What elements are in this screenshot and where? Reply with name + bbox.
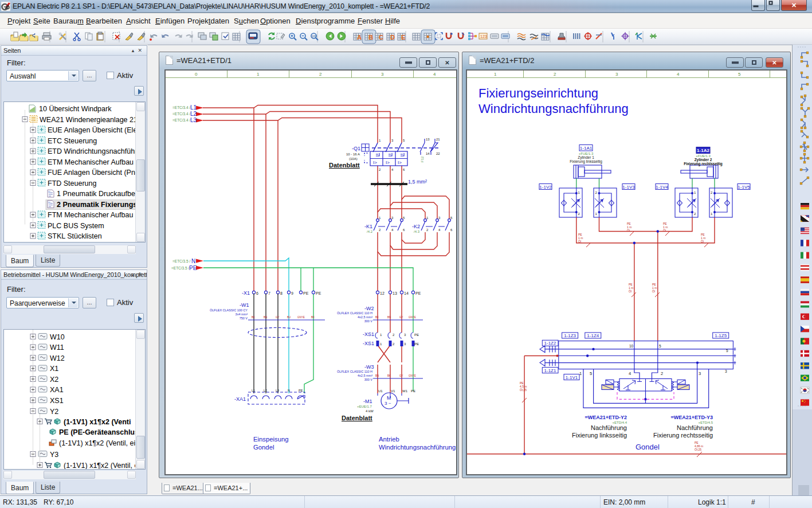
svg-text:Y3: Y3: [50, 451, 58, 459]
svg-text:5: 5: [403, 216, 405, 220]
svg-text:XS1: XS1: [50, 397, 64, 405]
svg-text:PLC BUS System: PLC BUS System: [48, 222, 104, 230]
svg-text:1: 1: [595, 212, 598, 216]
svg-text:4: 4: [391, 228, 394, 232]
svg-text:Öl: Öl: [652, 290, 655, 293]
svg-text:L2: L2: [264, 389, 267, 392]
svg-text:L1: L1: [252, 389, 255, 392]
svg-text:2: 2: [578, 212, 580, 216]
svg-text:GNYE: GNYE: [409, 374, 416, 377]
svg-text:L3: L3: [190, 117, 197, 123]
svg-text:-X1: -X1: [242, 290, 250, 296]
svg-text:2: 2: [393, 333, 395, 337]
svg-text:D: D: [390, 34, 395, 41]
svg-text:L3: L3: [276, 389, 279, 392]
svg-text:4x2,5 mm²: 4x2,5 mm²: [358, 315, 372, 319]
svg-text:10 Übersicht Windpark: 10 Übersicht Windpark: [39, 105, 112, 113]
svg-text:4: 4: [438, 228, 441, 232]
svg-text:Windrichtungsnachführung: Windrichtungsnachführung: [379, 444, 456, 451]
svg-text:22: 22: [436, 152, 440, 155]
svg-text:/4.3: /4.3: [414, 230, 420, 233]
svg-text:=ETC/3.4 /: =ETC/3.4 /: [172, 118, 190, 122]
svg-text:1: 1: [379, 139, 381, 142]
svg-text:100: 100: [312, 34, 317, 38]
svg-text:PE: PE: [414, 333, 419, 337]
svg-text:10: 10: [629, 344, 634, 348]
svg-text:3x4 mm²: 3x4 mm²: [236, 312, 248, 316]
svg-text:Fixierungseinrichtung: Fixierungseinrichtung: [478, 86, 598, 100]
svg-text:1-1V1: 1-1V1: [566, 375, 578, 380]
svg-text:ETD Windrichtungsnachführ: ETD Windrichtungsnachführ: [48, 147, 136, 155]
svg-text:BN: BN: [375, 374, 379, 377]
svg-text:4: 4: [629, 371, 631, 376]
svg-text:1-1A2: 1-1A2: [697, 148, 709, 153]
svg-text:(1-1V1) x1¶x2 (Ventil, e: (1-1V1) x1¶x2 (Ventil, e: [64, 462, 136, 470]
svg-text:1-1V2: 1-1V2: [539, 185, 552, 190]
svg-text:1,5 mm²: 1,5 mm²: [408, 179, 427, 185]
svg-text:Fixierung linksseitig: Fixierung linksseitig: [570, 159, 602, 164]
svg-text:Öl: Öl: [663, 229, 666, 232]
svg-text:-M1: -M1: [363, 398, 372, 404]
svg-text:1-1Z1: 1-1Z1: [544, 368, 556, 373]
svg-text:750 V: 750 V: [240, 316, 248, 320]
svg-text:Nachführung: Nachführung: [677, 424, 713, 431]
svg-text:5: 5: [450, 216, 453, 220]
svg-text:2 Pneumatik Fixierungs: 2 Pneumatik Fixierungs: [57, 201, 136, 209]
svg-text:BK: BK: [252, 316, 255, 319]
svg-text:BK: BK: [387, 374, 391, 377]
svg-text:PE: PE: [189, 265, 197, 271]
svg-text:3: 3: [391, 139, 394, 142]
svg-text:PE: PE: [411, 389, 415, 393]
svg-text:-W2: -W2: [364, 306, 374, 311]
svg-text:-XS1: -XS1: [363, 341, 374, 346]
svg-text:ÖLFLEX CLASSIC 110 H: ÖLFLEX CLASSIC 110 H: [337, 311, 372, 315]
svg-text:12: 12: [380, 291, 385, 295]
svg-text:5: 5: [726, 349, 728, 353]
svg-text:GNYE: GNYE: [409, 316, 416, 319]
svg-text:1: 1: [578, 191, 580, 194]
svg-text:-W1: -W1: [240, 302, 249, 308]
svg-text:3: 3: [404, 333, 406, 337]
svg-text:1-1Z4: 1-1Z4: [587, 333, 599, 338]
svg-text:C: C: [379, 34, 383, 41]
svg-text:-K1: -K1: [364, 224, 372, 229]
svg-text:=ETC/3.4 /: =ETC/3.4 /: [172, 112, 190, 116]
svg-text:E: E: [401, 34, 405, 41]
svg-text:-K2: -K2: [412, 224, 420, 229]
svg-text:L2: L2: [190, 111, 197, 117]
svg-text:1-1V3: 1-1V3: [622, 185, 635, 190]
svg-text:+EUE/1.7: +EUE/1.7: [357, 405, 372, 408]
svg-text:6: 6: [403, 168, 405, 171]
svg-text:Windrichtungsnachführung: Windrichtungsnachführung: [478, 101, 629, 116]
svg-text:123: 123: [480, 34, 487, 38]
svg-text:(1-1V1) x1¶x2 (Venti: (1-1V1) x1¶x2 (Venti: [64, 418, 131, 426]
svg-text:1-1Z5: 1-1Z5: [715, 333, 727, 338]
svg-text:6: 6: [450, 228, 453, 232]
svg-text:2: 2: [426, 228, 429, 232]
svg-text:2: 2: [595, 191, 598, 194]
svg-text:4: 4: [391, 168, 394, 171]
svg-text:Öl: Öl: [701, 240, 704, 243]
svg-text:6: 6: [403, 228, 405, 232]
svg-text:5: 5: [403, 139, 405, 142]
svg-text:X2: X2: [50, 376, 58, 384]
svg-text:-XS1: -XS1: [363, 331, 374, 337]
svg-text:W10: W10: [50, 333, 65, 341]
svg-text:GY: GY: [399, 374, 403, 377]
svg-text:7: 7: [268, 291, 270, 295]
svg-text:BK: BK: [311, 316, 315, 319]
svg-text:2: 2: [379, 168, 381, 171]
svg-text:1: 1: [694, 191, 696, 194]
svg-text:Fixierung rechtsseitig: Fixierung rechtsseitig: [684, 162, 723, 166]
svg-text:W11: W11: [50, 343, 64, 351]
svg-text:W12: W12: [50, 354, 65, 362]
svg-text:2: 2: [379, 228, 381, 232]
svg-text:PE: PE: [414, 342, 419, 346]
svg-text:3: 3: [699, 371, 701, 376]
svg-text:1: 1: [379, 216, 381, 220]
svg-text:Öl;25: Öl;25: [695, 448, 701, 451]
svg-text:V1: V1: [391, 389, 395, 393]
svg-text:1-1V5: 1-1V5: [738, 185, 750, 190]
svg-text:Fixierung rechtsseitig: Fixierung rechtsseitig: [653, 432, 713, 439]
svg-text:1 Pneumatik Druckaufber: 1 Pneumatik Druckaufber: [57, 190, 136, 198]
